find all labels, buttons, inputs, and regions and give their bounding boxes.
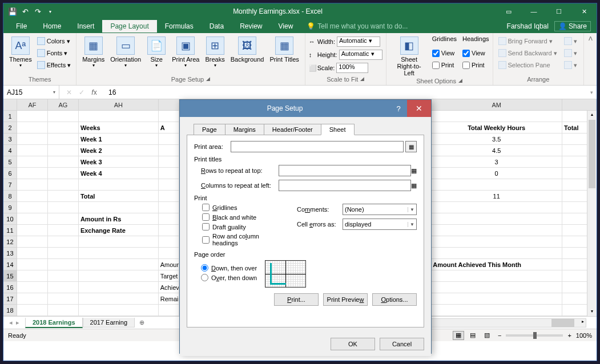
cell[interactable]: Total Weekly Hours — [431, 122, 562, 134]
cell[interactable] — [431, 111, 562, 122]
cell[interactable] — [79, 236, 159, 248]
background-button[interactable]: 🖼Background — [228, 35, 267, 64]
cell[interactable] — [159, 248, 179, 259]
formula-input[interactable]: 16 — [104, 88, 587, 96]
draft-cb[interactable] — [202, 223, 210, 230]
cell[interactable]: Weeks — [79, 122, 159, 134]
row-header[interactable]: 13 — [3, 248, 17, 259]
cell[interactable]: Week 1 — [79, 134, 159, 145]
cell[interactable] — [431, 179, 562, 191]
dialog-close-icon[interactable]: ✕ — [407, 100, 431, 117]
draft-check[interactable]: Draft quality — [201, 223, 285, 230]
cell[interactable] — [48, 191, 79, 202]
cell[interactable]: 11 — [431, 191, 562, 202]
gridlines-check[interactable]: Gridlines — [201, 204, 285, 211]
cell[interactable] — [431, 213, 562, 225]
user-name[interactable]: Farshad Iqbal — [507, 22, 549, 30]
row-header[interactable]: 17 — [3, 293, 17, 305]
zoom-slider[interactable] — [506, 334, 563, 337]
breaks-button[interactable]: ⊞Breaks▾ — [203, 35, 227, 69]
rowcol-check[interactable]: Row and column headings — [201, 233, 285, 246]
cell[interactable] — [48, 111, 79, 122]
cancel-formula-icon[interactable]: ✕ — [64, 88, 74, 96]
down-over-radio[interactable]: Down, then over — [201, 264, 257, 272]
themes-button[interactable]: AªThemes▾ — [7, 35, 34, 69]
name-box[interactable]: AJ15▾ — [3, 86, 59, 99]
cell[interactable]: Total — [79, 191, 159, 202]
dlg-tab-page[interactable]: Page — [194, 124, 225, 135]
cell[interactable] — [48, 259, 79, 270]
cell[interactable] — [17, 156, 48, 168]
col-header[interactable]: AF — [17, 99, 48, 110]
cell[interactable] — [79, 305, 159, 316]
sheet-options-launcher[interactable]: ◢ — [458, 78, 462, 84]
enter-formula-icon[interactable]: ✓ — [76, 88, 87, 96]
cell[interactable] — [431, 293, 562, 305]
col-header[interactable]: AM — [431, 99, 562, 110]
gridlines-cb[interactable] — [202, 204, 210, 211]
cell[interactable] — [79, 293, 159, 305]
cell[interactable]: Amount Achieved This Month — [431, 259, 562, 270]
cell[interactable]: Week 4 — [79, 168, 159, 179]
comments-select[interactable]: (None)▼ — [343, 204, 417, 215]
ribbon-options-icon[interactable]: ▭ — [496, 3, 521, 19]
row-header[interactable]: 9 — [3, 202, 17, 213]
options-button[interactable]: Options... — [372, 293, 417, 306]
dialog-help-icon[interactable]: ? — [390, 104, 407, 113]
gridlines-view-check[interactable]: View — [432, 47, 457, 59]
select-all-corner[interactable] — [3, 99, 17, 110]
col-header[interactable]: AG — [48, 99, 79, 110]
ok-button[interactable]: OK — [331, 338, 375, 350]
cell[interactable]: Remain — [159, 293, 179, 305]
cell[interactable]: 3 — [431, 156, 562, 168]
cell[interactable] — [17, 293, 48, 305]
row-header[interactable]: 11 — [3, 225, 17, 236]
headings-print-cb[interactable] — [462, 62, 470, 69]
tab-review[interactable]: Review — [232, 20, 270, 33]
cell[interactable] — [48, 122, 79, 134]
cell[interactable] — [79, 270, 159, 282]
row-header[interactable]: 8 — [3, 191, 17, 202]
cell[interactable] — [159, 145, 179, 156]
col-header[interactable] — [159, 99, 179, 110]
print-area-input[interactable] — [231, 141, 404, 152]
bw-check[interactable]: Black and white — [201, 213, 285, 221]
add-sheet-icon[interactable]: ⊕ — [135, 319, 149, 326]
redo-icon[interactable]: ↷ — [33, 7, 42, 16]
height-select[interactable]: Automatic ▾ — [339, 50, 382, 60]
cols-repeat-picker-icon[interactable]: ▦ — [411, 182, 417, 189]
close-icon[interactable]: ✕ — [571, 3, 597, 19]
gridlines-print-cb[interactable] — [432, 62, 440, 69]
cell[interactable]: Amoun — [159, 259, 179, 270]
scale-input[interactable]: 100% — [336, 63, 368, 73]
tab-formulas[interactable]: Formulas — [157, 20, 202, 33]
scale-launcher[interactable]: ◢ — [360, 76, 364, 83]
cell[interactable] — [79, 202, 159, 213]
horizontal-scrollbar[interactable]: ◂▸ — [426, 318, 586, 327]
cell[interactable] — [17, 213, 48, 225]
page-setup-launcher[interactable]: ◢ — [206, 76, 210, 83]
cell[interactable] — [431, 202, 562, 213]
margins-button[interactable]: ▦Margins▾ — [80, 35, 107, 69]
cell[interactable] — [159, 179, 179, 191]
cell[interactable] — [159, 134, 179, 145]
cell[interactable]: Week 2 — [79, 145, 159, 156]
col-header[interactable]: AH — [79, 99, 159, 110]
tab-page-layout[interactable]: Page Layout — [102, 20, 156, 33]
rows-repeat-picker-icon[interactable]: ▦ — [411, 167, 417, 175]
bw-cb[interactable] — [202, 213, 210, 221]
cell[interactable] — [17, 282, 48, 293]
cell[interactable]: 4.5 — [431, 145, 562, 156]
cell[interactable] — [159, 202, 179, 213]
undo-icon[interactable]: ↶ — [21, 7, 30, 16]
fx-icon[interactable]: fx — [89, 88, 99, 96]
col-header[interactable] — [562, 99, 597, 110]
down-over-rb[interactable] — [201, 264, 208, 272]
row-header[interactable]: 3 — [3, 134, 17, 145]
over-down-rb[interactable] — [201, 274, 208, 281]
normal-view-icon[interactable]: ▦ — [453, 331, 464, 340]
cancel-button[interactable]: Cancel — [380, 338, 424, 350]
cell[interactable]: Target — [159, 270, 179, 282]
cell[interactable] — [431, 248, 562, 259]
cell[interactable] — [17, 111, 48, 122]
